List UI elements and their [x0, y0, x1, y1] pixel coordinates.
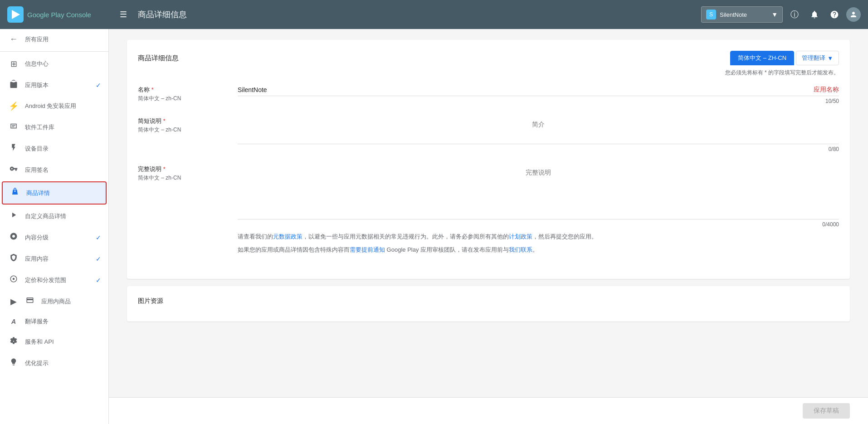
name-value: SilentNote	[238, 86, 814, 93]
manage-translation-chevron: ▼	[827, 55, 833, 62]
short-desc-label-col: 简短说明 * 简体中文 – zh-CN	[138, 117, 219, 152]
name-form-field: 名称 * 简体中文 – zh-CN SilentNote 应用名称 10/50	[138, 86, 839, 104]
check-icon-app-content: ✓	[96, 255, 101, 263]
sidebar-item-product-details[interactable]: 商品详情	[2, 181, 107, 205]
sidebar-item-device-catalog[interactable]: 设备目录	[0, 138, 108, 159]
full-desc-sublabel: 简体中文 – zh-CN	[138, 174, 219, 182]
sidebar-label-services-api: 服务和 API	[25, 338, 101, 346]
sidebar-back-button[interactable]: ← 所有应用	[0, 29, 108, 49]
full-desc-textarea[interactable]	[238, 165, 839, 219]
check-icon-pricing: ✓	[96, 277, 101, 284]
sidebar-item-info-center[interactable]: ⊞ 信息中心	[0, 54, 108, 74]
full-desc-counter: 0/4000	[238, 221, 839, 228]
short-desc-textarea[interactable]	[238, 117, 839, 144]
back-icon: ←	[9, 34, 19, 44]
lang-tabs: 简体中文 – ZH-CN 管理翻译 ▼	[730, 51, 839, 65]
content-area: 商品详细信息 简体中文 – ZH-CN 管理翻译 ▼ 您必须先将标有 * 的字段…	[109, 29, 868, 424]
info-text-4: 如果您的应用或商品详情因包含特殊内容而	[238, 246, 350, 253]
lang-tabs-row: 商品详细信息 简体中文 – ZH-CN 管理翻译 ▼	[138, 51, 839, 65]
main-layout: ← 所有应用 ⊞ 信息中心 应用版本 ✓ ⚡ Android 免安装应用 软件工…	[0, 29, 868, 424]
name-input-wrapper: SilentNote 应用名称	[238, 86, 839, 96]
hamburger-button[interactable]: ☰	[116, 6, 131, 23]
sidebar-item-app-content[interactable]: 应用内容 ✓	[0, 248, 108, 269]
product-details-icon	[10, 188, 20, 198]
advance-notice-link[interactable]: 需要提前通知	[350, 246, 385, 253]
notification-button[interactable]	[806, 6, 823, 23]
sidebar-label-software-library: 软件工件库	[25, 123, 101, 132]
sidebar-item-app-version[interactable]: 应用版本 ✓	[0, 74, 108, 96]
help-icon	[830, 10, 839, 19]
product-detail-card: 商品详细信息 简体中文 – ZH-CN 管理翻译 ▼ 您必须先将标有 * 的字段…	[127, 40, 850, 279]
header-right: S SilentNote ▼ ⓘ	[701, 6, 861, 23]
app-name-label: SilentNote	[720, 11, 768, 18]
avatar-icon	[849, 10, 858, 19]
header-center: ☰ 商品详细信息	[116, 6, 701, 23]
sidebar-label-pricing: 定价和分发范围	[25, 276, 89, 284]
app-content-icon	[9, 253, 19, 264]
services-api-icon	[9, 336, 19, 347]
expand-icon: ▶	[9, 297, 19, 307]
lang-tab-zh-cn[interactable]: 简体中文 – ZH-CN	[730, 51, 794, 65]
sidebar-item-app-signing[interactable]: 应用签名	[0, 159, 108, 180]
required-note: 您必须先将标有 * 的字段填写完整后才能发布。	[138, 69, 839, 77]
name-label: 名称 *	[138, 86, 219, 94]
app-signing-icon	[9, 165, 19, 175]
sidebar: ← 所有应用 ⊞ 信息中心 应用版本 ✓ ⚡ Android 免安装应用 软件工…	[0, 29, 109, 424]
short-desc-label-text: 简短说明	[138, 117, 161, 124]
metadata-policy-link[interactable]: 元数据政策	[273, 233, 302, 240]
save-draft-button[interactable]: 保存草稿	[803, 403, 850, 419]
sidebar-label-custom-product: 自定义商品详情	[25, 212, 101, 220]
full-desc-label-col: 完整说明 * 简体中文 – zh-CN	[138, 165, 219, 255]
full-desc-input-col: 0/4000 请查看我们的元数据政策，以避免一些与应用元数据相关的常见违规行为。…	[238, 165, 839, 255]
info-button[interactable]: ⓘ	[786, 6, 803, 23]
help-button[interactable]	[826, 6, 843, 23]
sidebar-item-translation[interactable]: A 翻译服务	[0, 312, 108, 331]
sidebar-label-in-app-purchases: 应用内商品	[41, 297, 101, 306]
program-policy-link[interactable]: 计划政策	[509, 233, 532, 240]
sidebar-label-app-version: 应用版本	[25, 81, 89, 89]
name-label-col: 名称 * 简体中文 – zh-CN	[138, 86, 219, 104]
avatar-button[interactable]	[846, 7, 861, 22]
full-desc-label: 完整说明 *	[138, 165, 219, 173]
manage-translation-button[interactable]: 管理翻译 ▼	[796, 51, 839, 65]
sidebar-item-software-library[interactable]: 软件工件库	[0, 117, 108, 138]
sidebar-label-translation: 翻译服务	[25, 317, 101, 326]
sidebar-item-android-instant[interactable]: ⚡ Android 免安装应用	[0, 96, 108, 117]
info-text-2: ，以避免一些与应用元数据相关的常见违规行为。此外，请务必参阅所有其他的	[302, 233, 509, 240]
sidebar-label-product-details: 商品详情	[26, 189, 98, 197]
sidebar-item-in-app-purchases[interactable]: ▶ 应用内商品	[0, 291, 108, 312]
sidebar-label-info-center: 信息中心	[25, 60, 101, 68]
sidebar-label-app-signing: 应用签名	[25, 166, 101, 174]
name-sublabel: 简体中文 – zh-CN	[138, 95, 219, 102]
dropdown-icon: ▼	[771, 11, 778, 18]
contact-us-link[interactable]: 我们联系	[509, 246, 532, 253]
play-store-logo-icon	[7, 6, 24, 23]
sidebar-item-services-api[interactable]: 服务和 API	[0, 331, 108, 352]
sidebar-item-pricing[interactable]: 定价和分发范围 ✓	[0, 269, 108, 291]
short-desc-input-col: 0/80	[238, 117, 839, 152]
manage-translation-label: 管理翻译	[802, 54, 825, 62]
sidebar-label-android-instant: Android 免安装应用	[25, 102, 101, 110]
save-button-row: 保存草稿	[109, 397, 868, 424]
bell-icon	[810, 10, 819, 19]
sidebar-item-custom-product[interactable]: 自定义商品详情	[0, 205, 108, 227]
info-text-5: Google Play 应用审核团队，请在发布应用前与	[385, 246, 509, 253]
device-catalog-icon	[9, 143, 19, 154]
svg-point-3	[12, 235, 15, 238]
back-label: 所有应用	[25, 35, 101, 44]
section-title: 商品详细信息	[138, 54, 179, 63]
sidebar-divider-1	[0, 51, 108, 52]
app-selector[interactable]: S SilentNote ▼	[701, 6, 783, 23]
in-app-icon	[25, 296, 35, 307]
check-icon-app-version: ✓	[96, 82, 101, 89]
main-content-scroll: 商品详细信息 简体中文 – ZH-CN 管理翻译 ▼ 您必须先将标有 * 的字段…	[109, 29, 868, 397]
image-section-title: 图片资源	[138, 297, 839, 305]
info-text-6: 。	[532, 246, 538, 253]
svg-point-4	[13, 278, 15, 280]
full-desc-required-star: *	[163, 166, 166, 172]
sidebar-item-content-rating[interactable]: 内容分级 ✓	[0, 227, 108, 248]
software-library-icon	[9, 122, 19, 132]
translation-icon: A	[9, 318, 19, 325]
info-text-3: ，然后再提交您的应用。	[532, 233, 597, 240]
sidebar-item-optimization[interactable]: 优化提示	[0, 352, 108, 374]
